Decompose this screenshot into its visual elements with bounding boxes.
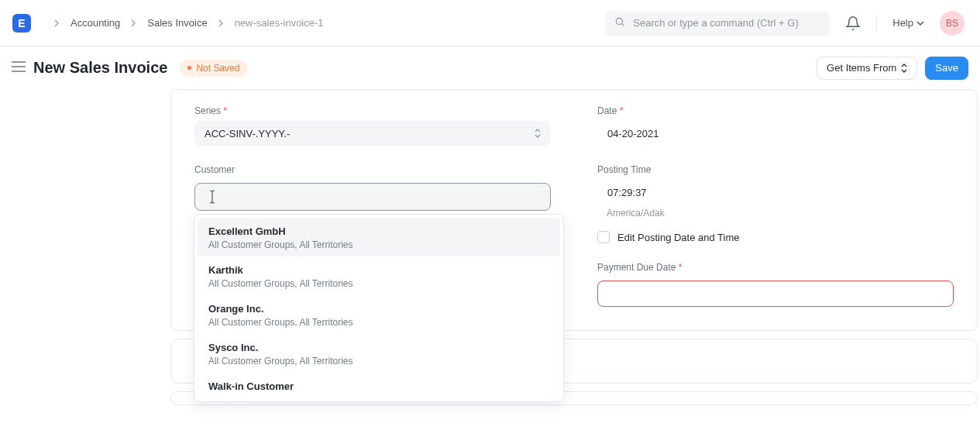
- posting-time-label: Posting Time: [597, 164, 954, 175]
- customer-option-name: Walk-in Customer: [208, 380, 549, 392]
- breadcrumb-sales-invoice[interactable]: Sales Invoice: [147, 17, 207, 29]
- help-label: Help: [892, 17, 913, 29]
- posting-timezone: America/Adak: [597, 208, 954, 219]
- customer-link-field[interactable]: [194, 183, 551, 211]
- top-navbar: E Accounting Sales Invoice new-sales-inv…: [0, 0, 980, 46]
- divider: [876, 15, 877, 31]
- breadcrumb-accounting[interactable]: Accounting: [70, 17, 120, 29]
- notifications-button[interactable]: [845, 15, 861, 31]
- customer-option[interactable]: Excellent GmbH All Customer Groups, All …: [198, 218, 560, 256]
- payment-due-date-field[interactable]: [597, 281, 954, 307]
- sidebar-toggle-button[interactable]: [12, 61, 26, 74]
- get-items-label: Get Items From: [827, 62, 896, 74]
- chevron-right-icon: [46, 19, 67, 27]
- customer-option[interactable]: Sysco Inc. All Customer Groups, All Terr…: [198, 334, 560, 373]
- edit-posting-checkbox-row[interactable]: Edit Posting Date and Time: [597, 231, 954, 243]
- svg-point-0: [617, 18, 623, 24]
- series-select[interactable]: ACC-SINV-.YYYY.-: [194, 121, 551, 146]
- required-asterisk: *: [620, 105, 624, 116]
- required-asterisk: *: [223, 105, 227, 116]
- series-label: Series *: [194, 105, 551, 116]
- select-arrows-icon: [901, 64, 907, 73]
- help-menu[interactable]: Help: [892, 17, 924, 29]
- svg-line-1: [622, 23, 624, 26]
- date-label-text: Date: [597, 105, 617, 116]
- edit-posting-label: Edit Posting Date and Time: [617, 232, 740, 243]
- posting-time-field[interactable]: 07:29:37: [597, 180, 954, 205]
- posting-time-label-text: Posting Time: [597, 164, 651, 175]
- customer-option[interactable]: Walk-in Customer: [198, 373, 560, 398]
- customer-option-name: Sysco Inc.: [208, 342, 549, 353]
- date-field[interactable]: 04-20-2021: [597, 121, 954, 146]
- posting-time-value: 07:29:37: [607, 187, 647, 198]
- page-toolbar: New Sales Invoice Not Saved Get Items Fr…: [0, 46, 980, 89]
- customer-autocomplete-dropdown: Excellent GmbH All Customer Groups, All …: [194, 214, 564, 402]
- customer-option-name: Excellent GmbH: [208, 225, 549, 237]
- form-right-column: Date * 04-20-2021 Posting Time 07:29:37 …: [597, 105, 954, 307]
- logo-letter: E: [18, 17, 25, 29]
- status-dot-icon: [187, 66, 191, 70]
- customer-option[interactable]: Karthik All Customer Groups, All Territo…: [198, 256, 560, 295]
- payment-due-label: Payment Due Date *: [597, 262, 954, 273]
- app-logo[interactable]: E: [12, 14, 31, 33]
- series-value: ACC-SINV-.YYYY.-: [205, 128, 290, 139]
- save-button[interactable]: Save: [925, 57, 968, 80]
- page-title: New Sales Invoice: [33, 59, 167, 77]
- customer-option-sub: All Customer Groups, All Territories: [208, 356, 549, 367]
- chevron-right-icon: [211, 19, 232, 27]
- payment-due-label-text: Payment Due Date: [597, 262, 676, 273]
- status-badge: Not Saved: [180, 60, 247, 77]
- global-search[interactable]: [605, 11, 830, 36]
- customer-label-text: Customer: [194, 164, 235, 175]
- customer-option-sub: All Customer Groups, All Territories: [208, 278, 549, 289]
- chevron-right-icon: [123, 19, 144, 27]
- customer-label: Customer: [194, 164, 551, 175]
- search-input[interactable]: [633, 17, 820, 29]
- breadcrumb: Accounting Sales Invoice new-sales-invoi…: [46, 17, 324, 29]
- form-card: Series * ACC-SINV-.YYYY.- Customer Excel…: [170, 89, 978, 331]
- chevron-down-icon: [916, 21, 924, 26]
- customer-option-name: Karthik: [208, 264, 549, 276]
- customer-option[interactable]: Orange Inc. All Customer Groups, All Ter…: [198, 295, 560, 334]
- checkbox-icon[interactable]: [597, 231, 610, 243]
- customer-option-name: Orange Inc.: [208, 303, 549, 315]
- select-arrows-icon: [535, 128, 541, 139]
- customer-option-sub: All Customer Groups, All Territories: [208, 317, 549, 328]
- user-avatar[interactable]: BS: [940, 11, 965, 36]
- date-value: 04-20-2021: [607, 128, 659, 139]
- customer-option-sub: All Customer Groups, All Territories: [208, 239, 549, 250]
- series-label-text: Series: [194, 105, 221, 116]
- avatar-initials: BS: [946, 18, 958, 29]
- breadcrumb-current: new-sales-invoice-1: [235, 17, 324, 29]
- form-left-column: Series * ACC-SINV-.YYYY.- Customer Excel…: [194, 105, 551, 307]
- search-icon: [614, 16, 625, 29]
- required-asterisk: *: [679, 262, 683, 273]
- save-label: Save: [935, 62, 958, 74]
- text-cursor-icon: [205, 189, 220, 205]
- date-label: Date *: [597, 105, 954, 116]
- get-items-from-button[interactable]: Get Items From: [817, 57, 917, 80]
- status-text: Not Saved: [196, 63, 239, 74]
